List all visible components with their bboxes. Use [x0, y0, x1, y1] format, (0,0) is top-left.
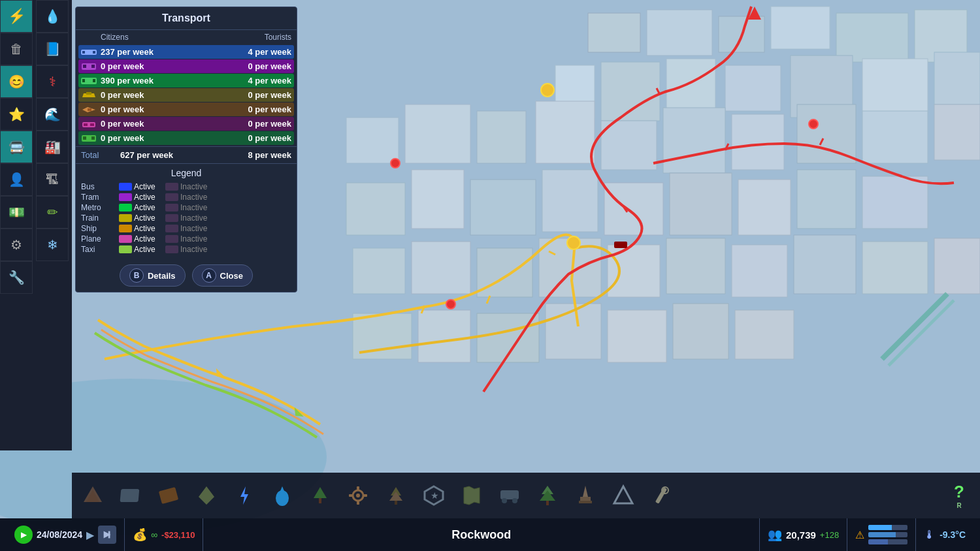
legend-ship-inactive-color: [165, 225, 178, 232]
toolbar-icon-tool[interactable]: [643, 477, 679, 514]
bus-citizens: 0 per week: [101, 133, 196, 143]
taxi-citizens: 0 per week: [101, 119, 196, 129]
help-button[interactable]: ? R: [941, 477, 977, 514]
sidebar-btn-dollar[interactable]: 💵: [0, 196, 33, 228]
svg-rect-106: [500, 490, 519, 499]
legend-plane-inactive-color: [165, 235, 178, 243]
toolbar-icon-water[interactable]: [264, 477, 301, 514]
speed-button[interactable]: [98, 526, 116, 544]
svg-rect-80: [90, 123, 94, 126]
sidebar-btn-tools[interactable]: 🔧: [0, 261, 33, 294]
toolbar-icon-electricity[interactable]: [226, 477, 263, 514]
sidebar-btn-lightning[interactable]: ⚡: [0, 0, 33, 33]
population-section: 👥 20,739 +128: [760, 518, 847, 551]
legend-section: Legend Bus Active Inactive Tram Active I…: [76, 163, 297, 259]
sidebar-btn-pen[interactable]: ✏: [36, 196, 69, 228]
toolbar-icon-settings[interactable]: [340, 477, 376, 514]
toolbar-icon-zone[interactable]: [150, 477, 187, 514]
sidebar-btn-star[interactable]: ⭐: [0, 98, 33, 131]
panel-title: Transport: [76, 7, 297, 30]
sidebar-btn-health[interactable]: ⚕: [36, 65, 69, 98]
details-button[interactable]: B Details: [120, 264, 186, 287]
toolbar-icon-district[interactable]: [188, 477, 225, 514]
close-key: A: [202, 268, 216, 283]
legend-ship-inactive-text: Inactive: [180, 224, 207, 233]
train-icon: [81, 76, 97, 86]
toolbar-icon-monument[interactable]: [567, 477, 604, 514]
svg-marker-110: [540, 490, 555, 501]
svg-rect-39: [666, 238, 725, 294]
sidebar-btn-snow[interactable]: ❄: [36, 228, 69, 261]
pop-count: 20,739: [786, 529, 816, 541]
svg-rect-76: [86, 92, 91, 95]
svg-rect-18: [536, 101, 595, 163]
svg-rect-2: [588, 13, 640, 52]
toolbar-icon-police[interactable]: ★: [416, 477, 452, 514]
sidebar-btn-build[interactable]: 🏗: [36, 163, 69, 196]
sidebar-btn-book[interactable]: 📘: [36, 33, 69, 65]
svg-rect-35: [412, 242, 470, 294]
svg-rect-6: [836, 13, 908, 62]
legend-taxi-active-text: Active: [134, 245, 163, 254]
legend-train-active-text: Active: [134, 213, 163, 223]
legend-tram-label: Tram: [81, 193, 117, 202]
svg-rect-69: [93, 51, 95, 54]
sidebar-btn-drop[interactable]: 💧: [36, 0, 69, 33]
legend-tram-active-text: Active: [134, 193, 163, 202]
toolbar-icon-map[interactable]: [453, 477, 490, 514]
svg-rect-24: [934, 104, 980, 160]
toolbar-icon-trees[interactable]: [529, 477, 566, 514]
tram-citizens: 237 per week: [101, 47, 196, 57]
legend-train-inactive-color: [165, 214, 178, 222]
toolbar-icon-transport[interactable]: [491, 477, 528, 514]
legend-row-bus: Bus Active Inactive: [81, 182, 291, 191]
sidebar-btn-trash[interactable]: 🗑: [0, 33, 33, 65]
svg-rect-98: [349, 494, 353, 497]
svg-rect-87: [159, 487, 178, 504]
toolbar-icon-nature[interactable]: [302, 477, 338, 514]
svg-rect-49: [673, 304, 728, 359]
legend-bus-inactive-color: [165, 183, 178, 191]
toolbar-icon-park[interactable]: [378, 477, 414, 514]
col-citizens: Citizens: [101, 33, 196, 42]
svg-rect-72: [91, 65, 95, 68]
svg-point-95: [356, 494, 360, 497]
svg-rect-40: [732, 245, 787, 297]
svg-rect-28: [542, 170, 598, 232]
legend-row-metro: Metro Active Inactive: [81, 203, 291, 212]
svg-rect-5: [771, 7, 830, 49]
legend-bus-inactive-text: Inactive: [180, 182, 207, 191]
svg-rect-111: [546, 501, 549, 505]
toolbar-icon-triangle[interactable]: [605, 477, 642, 514]
legend-ship-active-text: Active: [134, 224, 163, 233]
table-row-tram: 237 per week 4 per week: [78, 45, 294, 59]
sidebar-btn-wrench[interactable]: ⚙: [0, 228, 33, 261]
sidebar-btn-wave[interactable]: 🌊: [36, 98, 69, 131]
svg-rect-23: [862, 111, 928, 163]
skip-forward-button[interactable]: ▶: [86, 529, 94, 541]
svg-rect-36: [477, 248, 532, 297]
svg-rect-26: [412, 170, 464, 228]
sidebar-btn-bus[interactable]: 🚍: [0, 131, 33, 163]
legend-row-taxi: Taxi Active Inactive: [81, 245, 291, 254]
svg-rect-15: [346, 118, 399, 163]
svg-rect-17: [477, 111, 526, 163]
svg-rect-19: [601, 121, 657, 170]
sidebar-btn-person[interactable]: 👤: [0, 163, 33, 196]
city-section: Rockwood: [203, 518, 760, 551]
svg-rect-30: [670, 173, 732, 235]
train-tourists: 4 per week: [196, 76, 291, 86]
legend-bus-active-text: Active: [134, 182, 163, 191]
svg-rect-11: [725, 65, 781, 111]
ship-icon: [81, 91, 97, 100]
sidebar-btn-happy[interactable]: 😊: [0, 65, 33, 98]
pop-change: +128: [820, 530, 839, 540]
svg-marker-89: [240, 486, 248, 505]
play-button[interactable]: ▶: [14, 526, 33, 544]
plane-citizens: 0 per week: [101, 104, 196, 114]
legend-taxi-inactive-text: Inactive: [180, 245, 207, 254]
close-button[interactable]: A Close: [192, 264, 253, 287]
toolbar-icon-road[interactable]: [112, 477, 149, 514]
sidebar-btn-industry[interactable]: 🏭: [36, 131, 69, 163]
toolbar-icon-terrain[interactable]: [74, 477, 111, 514]
